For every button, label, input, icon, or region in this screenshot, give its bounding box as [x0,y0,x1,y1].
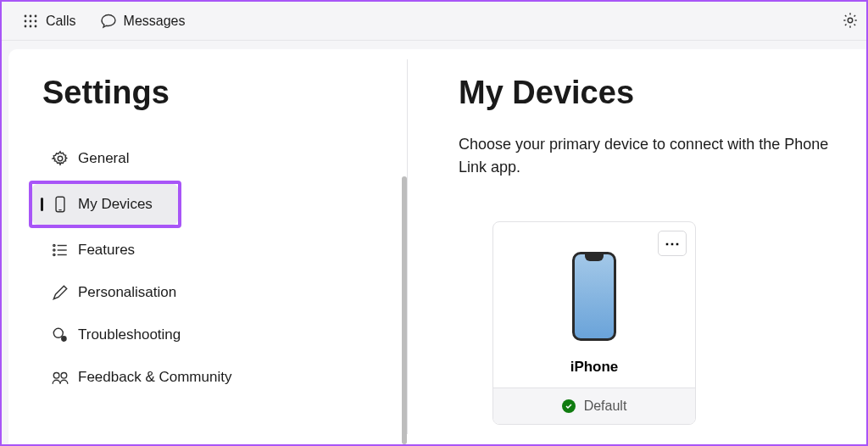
sidebar-item-personalisation[interactable]: Personalisation [32,272,393,313]
phone-illustration-icon [572,252,616,341]
highlight-box: My Devices [29,181,181,228]
list-icon [51,241,70,259]
sidebar-item-label: Personalisation [78,284,176,301]
main-content: Settings General [8,49,866,444]
troubleshoot-icon: ? [51,326,70,344]
device-status-label: Default [584,399,627,414]
svg-point-4 [30,20,32,22]
svg-point-8 [35,25,37,27]
device-more-button[interactable]: ⋯ [658,231,687,256]
tab-messages[interactable]: Messages [88,8,198,35]
gear-icon [51,149,70,168]
content-panel: My Devices Choose your primary device to… [408,49,866,444]
svg-point-7 [30,25,32,27]
more-icon: ⋯ [665,234,681,253]
sidebar-item-label: Feedback & Community [78,369,231,386]
svg-point-18 [53,254,55,255]
device-status-row: Default [493,387,695,424]
svg-point-19 [53,328,63,337]
feedback-icon [51,368,70,387]
dialpad-icon [22,13,39,30]
settings-title: Settings [8,75,407,137]
svg-point-16 [53,249,55,251]
content-title: My Devices [459,75,841,111]
device-card[interactable]: ⋯ iPhone Default [492,221,696,425]
sidebar-item-label: My Devices [78,196,153,213]
svg-point-23 [61,373,67,379]
tab-messages-label: Messages [124,14,186,29]
content-description: Choose your primary device to connect wi… [459,133,841,179]
sidebar-item-label: General [78,150,129,167]
messages-icon [100,13,117,30]
svg-point-3 [25,20,27,22]
pen-icon [51,283,70,302]
sidebar-item-general[interactable]: General [32,138,393,179]
sidebar-item-label: Troubleshooting [78,326,181,343]
sidebar-item-troubleshooting[interactable]: ? Troubleshooting [32,315,393,355]
svg-point-22 [53,373,59,379]
tab-calls-label: Calls [46,14,76,29]
svg-point-14 [53,244,55,246]
sidebar-item-feedback[interactable]: Feedback & Community [32,357,393,398]
svg-point-0 [25,14,27,17]
status-check-icon [562,399,576,413]
svg-text:?: ? [63,337,65,342]
sidebar-item-label: Features [78,242,135,259]
svg-point-6 [25,25,27,27]
phone-icon [51,195,70,214]
device-name: iPhone [493,354,695,387]
settings-sidebar: Settings General [8,49,407,444]
svg-point-1 [30,14,32,17]
gear-icon [841,11,860,30]
svg-point-9 [848,18,853,23]
scrollbar[interactable] [402,176,407,444]
sidebar-item-my-devices[interactable]: My Devices [32,184,178,225]
tab-calls[interactable]: Calls [10,8,88,35]
tab-bar: Calls Messages [2,2,866,41]
svg-point-5 [35,20,37,22]
svg-point-2 [35,14,37,17]
sidebar-item-features[interactable]: Features [32,230,393,270]
settings-button[interactable] [838,8,862,32]
svg-point-10 [58,156,63,161]
